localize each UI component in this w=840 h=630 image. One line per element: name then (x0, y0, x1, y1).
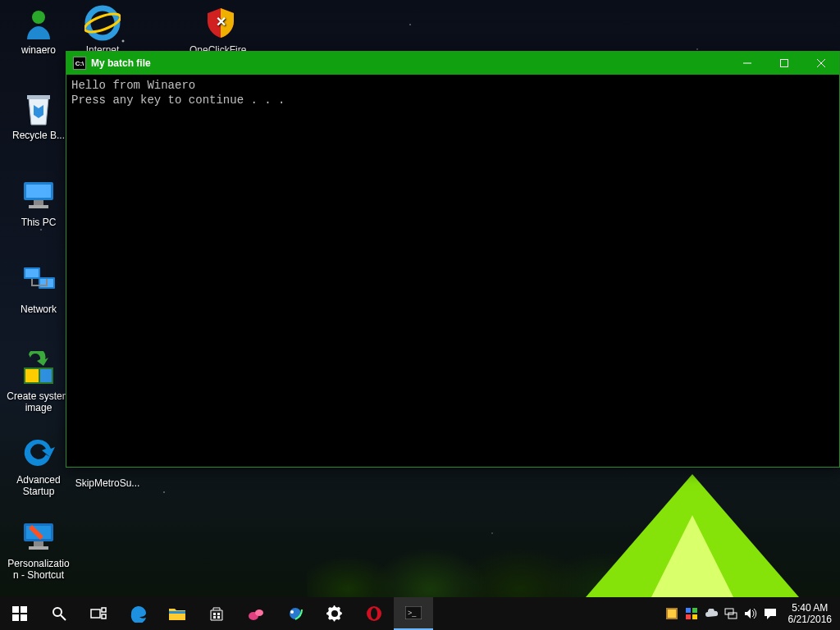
search-button[interactable] (39, 597, 79, 630)
svg-rect-6 (26, 185, 51, 198)
close-button[interactable] (802, 52, 839, 75)
shield-icon: ✕ (201, 3, 240, 43)
window-title: My batch file (91, 57, 728, 69)
taskbar[interactable]: >_ 5:40 AM 6/21/2016 (0, 597, 840, 630)
svg-rect-4 (27, 95, 50, 99)
svg-rect-49 (728, 613, 737, 619)
desktop-icon-label: SkipMetroSu... (71, 477, 144, 489)
tray-onedrive-icon[interactable] (701, 597, 721, 630)
monitor-paint-icon (19, 517, 58, 556)
opera-button[interactable] (354, 597, 394, 630)
desktop-icon-personalization[interactable]: Personalization - Shortcut (7, 517, 71, 581)
desktop-icon-label: Recycle B... (7, 130, 71, 141)
cmd-taskbar-button[interactable]: >_ (394, 597, 433, 630)
svg-rect-47 (692, 614, 697, 619)
svg-point-25 (53, 608, 62, 616)
svg-rect-15 (40, 369, 52, 382)
taskbar-clock[interactable]: 5:40 AM 6/21/2016 (780, 602, 840, 625)
svg-rect-30 (213, 613, 216, 615)
desktop-icon-label: Network (7, 304, 71, 315)
desktop-icon-winaero[interactable]: winaero (7, 3, 71, 56)
user-icon (19, 3, 58, 43)
pinned-app-1[interactable] (236, 597, 276, 630)
svg-rect-33 (217, 616, 220, 619)
recycle-bin-icon (19, 89, 58, 128)
svg-rect-8 (29, 205, 48, 208)
svg-rect-14 (25, 369, 39, 382)
desktop-icon-skipmetro[interactable]: SkipMetroSu... (71, 471, 144, 489)
ie-icon (83, 3, 122, 43)
network-icon (19, 262, 58, 302)
desktop-icon-label: winaero (7, 44, 71, 56)
cmd-icon: C:\ (73, 57, 86, 70)
tray-icon-1[interactable] (662, 597, 682, 630)
svg-text:>_: >_ (408, 609, 417, 617)
cmd-window[interactable]: C:\ My batch file Hello from Winaero Pre… (66, 51, 840, 468)
pinned-app-2[interactable] (276, 597, 315, 630)
svg-rect-18 (34, 541, 43, 546)
refresh-icon (19, 433, 58, 472)
edge-button[interactable] (118, 597, 158, 630)
explorer-button[interactable] (158, 597, 197, 630)
pc-icon (19, 176, 58, 215)
svg-rect-20 (780, 60, 788, 67)
titlebar[interactable]: C:\ My batch file (66, 52, 839, 75)
minimize-button[interactable] (728, 52, 765, 75)
store-button[interactable] (197, 597, 236, 630)
desktop-icon-internet[interactable]: Internet (71, 3, 135, 56)
desktop-icon-label: Create system image (7, 390, 71, 413)
tray-notifications-icon[interactable] (760, 597, 780, 630)
svg-point-1 (88, 8, 117, 38)
svg-rect-32 (213, 616, 216, 619)
svg-rect-21 (12, 606, 19, 613)
desktop-icon-label: Personalization - Shortcut (7, 558, 71, 581)
svg-rect-24 (21, 614, 27, 621)
desktop-icon-label: This PC (7, 217, 71, 228)
svg-rect-46 (686, 614, 691, 619)
desktop-icon-create-system-image[interactable]: Create system image (7, 349, 71, 413)
svg-rect-26 (91, 609, 100, 618)
clock-time: 5:40 AM (788, 602, 832, 614)
svg-rect-44 (686, 608, 691, 613)
svg-rect-48 (725, 609, 733, 614)
desktop-icon-network[interactable]: Network (7, 262, 71, 315)
tray-volume-icon[interactable] (741, 597, 760, 630)
tray-network-icon[interactable] (721, 597, 741, 630)
svg-text:✕: ✕ (216, 15, 226, 29)
desktop-icon-advanced-startup[interactable]: Advanced Startup (7, 433, 71, 497)
svg-rect-43 (668, 609, 676, 618)
system-tray[interactable]: 5:40 AM 6/21/2016 (662, 597, 840, 630)
svg-rect-23 (12, 614, 19, 621)
svg-point-36 (290, 608, 301, 619)
maximize-button[interactable] (765, 52, 802, 75)
taskview-button[interactable] (79, 597, 118, 630)
console-output[interactable]: Hello from Winaero Press any key to cont… (66, 75, 839, 111)
svg-point-39 (371, 608, 377, 619)
svg-rect-29 (169, 611, 185, 614)
svg-rect-10 (25, 269, 39, 277)
settings-button[interactable] (315, 597, 354, 630)
start-button[interactable] (0, 597, 39, 630)
clock-date: 6/21/2016 (788, 614, 832, 625)
svg-rect-31 (217, 613, 220, 615)
svg-point-35 (255, 609, 263, 616)
backup-icon (19, 349, 58, 389)
file-icon (88, 471, 127, 476)
desktop-icon-label: Advanced Startup (7, 474, 71, 497)
svg-rect-45 (692, 608, 697, 613)
svg-rect-7 (34, 200, 43, 205)
svg-rect-22 (21, 606, 27, 613)
desktop-icon-recycle[interactable]: Recycle B... (7, 89, 71, 141)
svg-rect-19 (29, 546, 48, 550)
svg-rect-27 (102, 608, 106, 612)
svg-point-37 (290, 610, 294, 614)
svg-point-0 (32, 11, 45, 24)
tray-icon-2[interactable] (682, 597, 701, 630)
desktop-icon-thispc[interactable]: This PC (7, 176, 71, 228)
svg-rect-28 (102, 614, 106, 619)
